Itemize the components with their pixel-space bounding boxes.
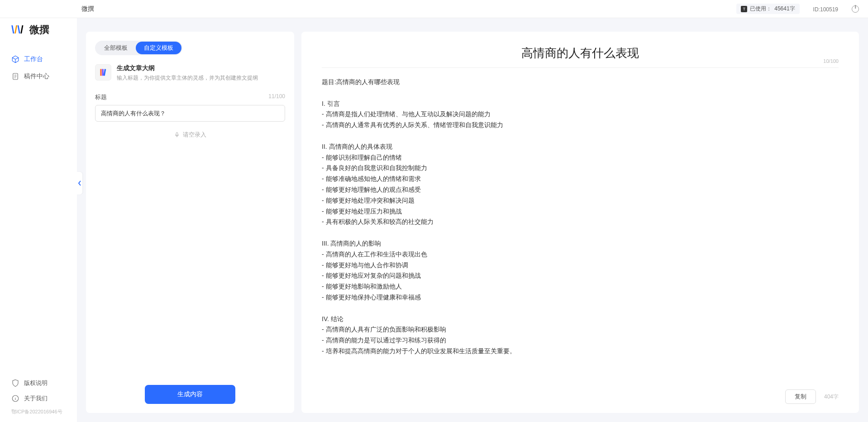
nav-label: 版权说明 — [24, 379, 48, 387]
left-panel: 全部模板 自定义模板 生成文章大纲 输入标题，为你提供文章主体的灵感，并为其创建… — [86, 32, 294, 413]
svg-rect-3 — [102, 69, 104, 76]
chevron-left-icon — [78, 180, 81, 186]
title-field-label-row: 标题 11/100 — [95, 93, 285, 101]
shield-icon — [11, 379, 19, 387]
logo-icon: \/\/ — [11, 23, 26, 37]
sidebar-collapse-handle[interactable] — [77, 172, 82, 194]
header-title: 微撰 — [81, 5, 94, 13]
document-icon — [11, 72, 19, 81]
voice-input-button[interactable]: 请空录入 — [95, 131, 285, 139]
usage-label: 已使用： — [750, 5, 772, 13]
svg-rect-2 — [100, 69, 101, 76]
title-char-count: 11/100 — [268, 93, 285, 101]
output-title-counter: 10/100 — [823, 58, 839, 64]
nav-copyright[interactable]: 版权说明 — [0, 375, 77, 391]
nav-workbench[interactable]: 工作台 — [0, 51, 77, 68]
word-count: 404字 — [824, 393, 839, 401]
tab-all-templates[interactable]: 全部模板 — [96, 42, 136, 54]
text-icon: T — [741, 6, 747, 12]
svg-rect-4 — [103, 69, 106, 76]
logo[interactable]: \/\/ 微撰 — [0, 23, 77, 51]
logo-text: 微撰 — [29, 23, 49, 37]
nav-label: 稿件中心 — [24, 72, 49, 81]
user-id: ID:100519 — [813, 5, 838, 13]
nav-drafts[interactable]: 稿件中心 — [0, 68, 77, 85]
voice-label: 请空录入 — [183, 131, 206, 139]
power-icon[interactable] — [852, 5, 859, 13]
usage-badge[interactable]: T 已使用： 45641字 — [736, 4, 799, 14]
svg-rect-5 — [176, 133, 178, 136]
output-title-row: 高情商的人有什么表现 10/100 — [322, 45, 839, 68]
template-desc: 输入标题，为你提供文章主体的灵感，并为其创建推文提纲 — [117, 74, 285, 82]
info-icon — [11, 394, 19, 403]
nav-label: 关于我们 — [24, 394, 48, 403]
icp-number: 鄂ICP备2022016946号 — [0, 406, 77, 417]
header: 微撰 T 已使用： 45641字 ID:100519 — [0, 0, 868, 18]
title-label: 标题 — [95, 93, 107, 101]
template-card: 生成文章大纲 输入标题，为你提供文章主体的灵感，并为其创建推文提纲 — [95, 64, 285, 82]
header-right: T 已使用： 45641字 ID:100519 — [736, 4, 859, 14]
title-input[interactable] — [95, 105, 285, 122]
output-title: 高情商的人有什么表现 — [322, 45, 839, 61]
output-footer: 复制 404字 — [322, 383, 839, 404]
generate-button[interactable]: 生成内容 — [145, 385, 235, 404]
sidebar-footer: 版权说明 关于我们 鄂ICP备2022016946号 — [0, 375, 77, 422]
sidebar: \/\/ 微撰 工作台 稿件中心 版权说明 — [0, 18, 77, 422]
nav: 工作台 稿件中心 — [0, 51, 77, 85]
copy-button[interactable]: 复制 — [785, 389, 816, 404]
tab-custom-templates[interactable]: 自定义模板 — [136, 42, 181, 54]
nav-about[interactable]: 关于我们 — [0, 391, 77, 406]
main: 全部模板 自定义模板 生成文章大纲 输入标题，为你提供文章主体的灵感，并为其创建… — [77, 18, 868, 422]
cube-icon — [11, 55, 19, 63]
usage-value: 45641字 — [774, 5, 795, 13]
right-panel: 高情商的人有什么表现 10/100 题目:高情商的人有哪些表现 I. 引言 - … — [301, 32, 859, 413]
template-title: 生成文章大纲 — [117, 64, 285, 72]
nav-label: 工作台 — [24, 55, 43, 63]
mic-icon — [174, 132, 180, 138]
books-icon — [95, 64, 111, 81]
template-tabs: 全部模板 自定义模板 — [95, 41, 182, 55]
output-body[interactable]: 题目:高情商的人有哪些表现 I. 引言 - 高情商是指人们处理情绪、与他人互动以… — [322, 77, 839, 383]
